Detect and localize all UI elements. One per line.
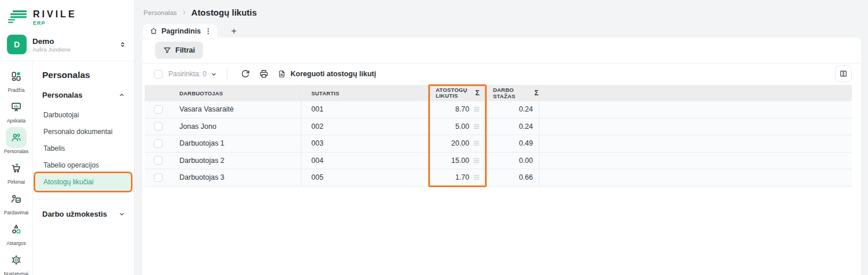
column-settings-button[interactable]	[835, 65, 852, 82]
header-checkbox-cell	[145, 85, 170, 101]
vacation-balance-cell[interactable]: 1.70	[429, 169, 487, 187]
rail-item-atsargos[interactable]: Atsargos	[6, 219, 27, 246]
row-checkbox[interactable]	[154, 139, 163, 148]
sidebar-item-darbuotojai[interactable]: Darbuotojai	[36, 107, 130, 123]
dashboard-icon	[6, 66, 27, 87]
sidebar-item-tabelis[interactable]: Tabelis	[36, 140, 130, 157]
filler-cell	[539, 153, 852, 170]
employee-cell: Darbuotojas 1	[170, 135, 301, 153]
rail-label: Pardavimai	[4, 210, 29, 215]
table-row-cell	[145, 101, 170, 118]
rail-label: Pradžia	[8, 87, 25, 93]
rivile-logo-icon	[8, 9, 28, 25]
table-row-cell	[145, 153, 170, 170]
account-user: Aušra Juodienė	[32, 46, 71, 53]
rail-item-nustatymai[interactable]: Nustatymai	[4, 250, 29, 275]
filler-cell	[539, 118, 852, 136]
chevron-up-icon	[119, 92, 125, 98]
account-selector[interactable]: D Demo Aušra Juodienė	[7, 34, 130, 55]
menu-section-personalas[interactable]: Personalas	[36, 90, 130, 100]
breadcrumb: Personalas Atostogų likutis	[144, 8, 257, 17]
sidebar-item-personalo-dokumentai[interactable]: Personalo dokumentai	[36, 124, 130, 140]
cart-icon	[6, 158, 27, 179]
sidebar-title: Personalas	[36, 70, 130, 80]
column-header-atostogu-likutis[interactable]: ATOSTOGŲ LIKUTIS Σ	[429, 85, 487, 101]
main-area: Personalas Atostogų likutis Pagrindinis …	[135, 0, 868, 275]
toolbar-divider	[227, 68, 227, 80]
adjust-balance-button[interactable]: Koreguoti atostogų likutį	[278, 70, 376, 78]
chevron-down-icon[interactable]	[211, 71, 217, 77]
column-header-darbo-stazas[interactable]: DARBO STAŽAS Σ	[487, 85, 539, 101]
column-header-sutartis[interactable]: SUTARTIS	[301, 85, 429, 101]
contract-cell: 001	[301, 101, 429, 118]
analytics-board-icon	[6, 96, 27, 117]
rail-item-personalas[interactable]: Personalas	[4, 127, 29, 154]
tenure-cell: 0.24	[487, 118, 539, 136]
sales-chart-icon	[6, 188, 27, 209]
sum-icon[interactable]: Σ	[535, 89, 539, 97]
sidebar-item-tabelio-operacijos[interactable]: Tabelio operacijos	[36, 157, 130, 173]
row-checkbox[interactable]	[154, 173, 163, 182]
filters-button[interactable]: Filtrai	[155, 42, 203, 59]
menu-section-darbo-uzmokestis[interactable]: Darbo užmokestis	[36, 209, 130, 219]
home-icon	[150, 27, 157, 35]
vacation-balance-cell[interactable]: 15.00	[429, 153, 487, 170]
row-checkbox[interactable]	[154, 105, 163, 114]
brand-name: RIVILE	[33, 9, 77, 20]
content-card: Filtrai Pasirinkta: 0	[142, 38, 861, 275]
tenure-cell: 0.49	[487, 135, 539, 153]
print-icon[interactable]	[255, 69, 273, 79]
rail-item-pirkimai[interactable]: Pirkimai	[6, 158, 27, 185]
document-icon	[278, 70, 286, 78]
tenure-cell: 0.66	[487, 169, 539, 187]
breadcrumb-parent[interactable]: Personalas	[144, 9, 177, 16]
sum-icon[interactable]: Σ	[476, 90, 480, 96]
table-row-cell	[145, 118, 170, 136]
select-all-checkbox[interactable]	[154, 70, 163, 79]
employee-cell: Darbuotojas 2	[170, 153, 301, 170]
contract-cell: 004	[301, 153, 429, 170]
row-menu-icon[interactable]	[473, 106, 480, 112]
row-checkbox[interactable]	[154, 156, 163, 165]
employees-table: DARBUOTOJAS SUTARTIS ATOSTOGŲ LIKUTIS Σ …	[145, 85, 852, 187]
columns-icon	[839, 69, 848, 78]
rail-item-pradzia[interactable]: Pradžia	[6, 66, 27, 93]
rail-label: Apskaita	[7, 118, 26, 124]
chevron-right-icon	[182, 10, 187, 15]
toolbar: Pasirinkta: 0	[142, 64, 861, 84]
people-icon	[6, 127, 27, 148]
row-menu-icon[interactable]	[473, 158, 480, 163]
filler-cell	[539, 135, 852, 153]
table-row-cell	[145, 135, 170, 153]
row-menu-icon[interactable]	[473, 140, 480, 146]
tab-pagrindinis[interactable]: Pagrindinis ⋮	[143, 24, 217, 38]
filler-cell	[539, 101, 852, 118]
vacation-balance-cell[interactable]: 8.70	[429, 101, 487, 118]
tenure-cell: 0.00	[487, 153, 539, 170]
row-checkbox[interactable]	[154, 122, 163, 131]
chevron-down-icon	[119, 211, 125, 217]
row-menu-icon[interactable]	[473, 174, 480, 180]
brand-sub: ERP	[33, 20, 77, 26]
refresh-icon[interactable]	[236, 69, 255, 79]
rail-item-apskaita[interactable]: Apskaita	[6, 96, 27, 124]
header-filler-cell	[539, 85, 852, 101]
kebab-menu-icon[interactable]: ⋮	[205, 27, 212, 35]
menu-divider	[37, 199, 129, 199]
sidebar: RIVILE ERP D Demo Aušra Juodienė	[0, 0, 135, 275]
page-title: Atostogų likutis	[192, 8, 257, 17]
row-menu-icon[interactable]	[473, 124, 480, 129]
filter-row: Filtrai	[142, 38, 861, 64]
vacation-balance-cell[interactable]: 20.00	[429, 135, 487, 153]
sidebar-item-atostogu-likuciai[interactable]: Atostogų likučiai	[36, 174, 130, 190]
selected-count-label: Pasirinkta: 0	[168, 70, 207, 78]
app-logo: RIVILE ERP	[8, 9, 77, 26]
rail-item-pardavimai[interactable]: Pardavimai	[4, 188, 29, 215]
vacation-balance-cell[interactable]: 5.00	[429, 118, 487, 136]
column-header-darbuotojas[interactable]: DARBUOTOJAS	[170, 85, 301, 101]
contract-cell: 003	[301, 135, 429, 153]
add-tab-button[interactable]: +	[225, 24, 242, 38]
rail-label: Nustatymai	[4, 271, 29, 275]
unfold-chevron-icon[interactable]	[119, 40, 126, 49]
funnel-icon	[163, 46, 171, 54]
